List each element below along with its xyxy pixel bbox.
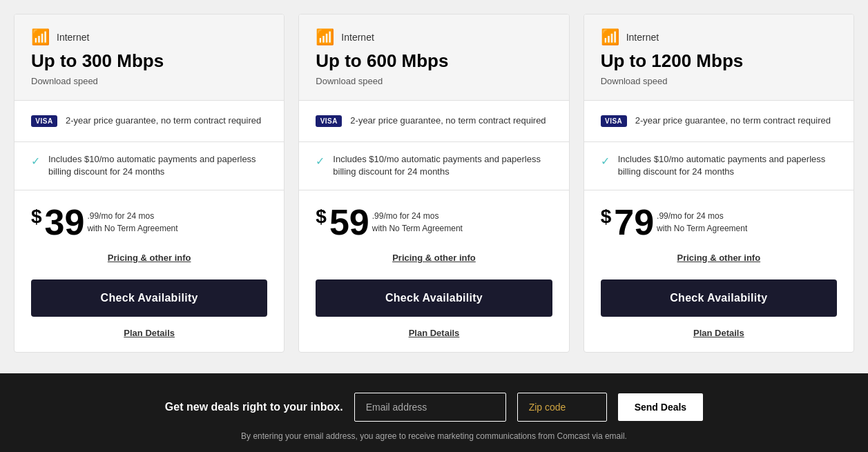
- wifi-icon-2: 📶: [601, 28, 619, 46]
- plan-header-1: 📶 Internet Up to 600 Mbps Download speed: [299, 14, 568, 101]
- footer-disclaimer: By entering your email address, you agre…: [14, 431, 854, 441]
- plan-subtitle-0: Download speed: [31, 76, 267, 86]
- main-content: 📶 Internet Up to 300 Mbps Download speed…: [0, 0, 868, 373]
- plan-billing-1: ✓ Includes $10/mo automatic payments and…: [299, 142, 568, 190]
- price-number-0: 39: [45, 204, 85, 240]
- plan-subtitle-2: Download speed: [601, 76, 837, 86]
- footer-deals-text: Get new deals right to your inbox.: [165, 401, 343, 413]
- plan-speed-2: Up to 1200 Mbps: [601, 50, 837, 72]
- footer-deals-row: Get new deals right to your inbox. Send …: [14, 393, 854, 422]
- plan-header-2: 📶 Internet Up to 1200 Mbps Download spee…: [584, 14, 853, 101]
- visa-badge-2: VISA: [601, 115, 627, 127]
- plan-billing-2: ✓ Includes $10/mo automatic payments and…: [584, 142, 853, 190]
- price-number-1: 59: [329, 204, 369, 240]
- plan-speed-1: Up to 600 Mbps: [316, 50, 552, 72]
- wifi-icon-1: 📶: [316, 28, 334, 46]
- pricing-info-row-2: Pricing & other info: [584, 253, 853, 279]
- plan-details-link-1[interactable]: Plan Details: [299, 328, 568, 352]
- visa-badge-1: VISA: [316, 115, 342, 127]
- price-cents-1: .99/mo for 24 mos: [372, 210, 463, 222]
- pricing-info-link-2[interactable]: Pricing & other info: [601, 253, 837, 263]
- price-note-1: with No Term Agreement: [372, 222, 463, 235]
- price-details-2: .99/mo for 24 mos with No Term Agreement: [657, 210, 747, 235]
- pricing-info-link-0[interactable]: Pricing & other info: [31, 253, 267, 263]
- plans-container: 📶 Internet Up to 300 Mbps Download speed…: [14, 14, 854, 353]
- plan-card-1: 📶 Internet Up to 600 Mbps Download speed…: [298, 14, 569, 353]
- check-availability-button-2[interactable]: Check Availability: [601, 279, 837, 317]
- guarantee-text-0: 2-year price guarantee, no term contract…: [66, 115, 261, 127]
- plan-guarantee-0: VISA 2-year price guarantee, no term con…: [15, 101, 284, 142]
- price-row-1: $ 59 .99/mo for 24 mos with No Term Agre…: [316, 204, 552, 240]
- plan-header-top-2: 📶 Internet: [601, 28, 837, 46]
- price-dollar-1: $: [316, 207, 327, 226]
- plan-type-1: Internet: [341, 32, 374, 43]
- check-availability-button-0[interactable]: Check Availability: [31, 279, 267, 317]
- price-cents-0: .99/mo for 24 mos: [87, 210, 177, 222]
- footer-section: Get new deals right to your inbox. Send …: [0, 373, 868, 452]
- plan-details-link-0[interactable]: Plan Details: [15, 328, 284, 352]
- check-availability-button-1[interactable]: Check Availability: [316, 279, 552, 317]
- plan-card-0: 📶 Internet Up to 300 Mbps Download speed…: [14, 14, 284, 353]
- check-icon-1: ✓: [316, 155, 325, 168]
- plan-header-0: 📶 Internet Up to 300 Mbps Download speed: [15, 14, 284, 101]
- visa-badge-0: VISA: [31, 115, 57, 127]
- plan-header-top-0: 📶 Internet: [31, 28, 267, 46]
- price-row-0: $ 39 .99/mo for 24 mos with No Term Agre…: [31, 204, 267, 240]
- price-row-2: $ 79 .99/mo for 24 mos with No Term Agre…: [601, 204, 837, 240]
- pricing-info-link-1[interactable]: Pricing & other info: [316, 253, 552, 263]
- pricing-info-row-0: Pricing & other info: [15, 253, 284, 279]
- plan-guarantee-2: VISA 2-year price guarantee, no term con…: [584, 101, 853, 142]
- zip-input[interactable]: [517, 393, 607, 422]
- plan-subtitle-1: Download speed: [316, 76, 552, 86]
- price-note-2: with No Term Agreement: [657, 222, 747, 235]
- plan-header-top-1: 📶 Internet: [316, 28, 552, 46]
- plan-card-2: 📶 Internet Up to 1200 Mbps Download spee…: [584, 14, 854, 353]
- guarantee-text-1: 2-year price guarantee, no term contract…: [350, 115, 546, 127]
- billing-text-2: Includes $10/mo automatic payments and p…: [618, 153, 837, 178]
- plan-pricing-2: $ 79 .99/mo for 24 mos with No Term Agre…: [584, 190, 853, 253]
- plan-details-link-2[interactable]: Plan Details: [584, 328, 853, 352]
- price-cents-2: .99/mo for 24 mos: [657, 210, 747, 222]
- price-dollar-0: $: [31, 207, 42, 226]
- price-number-2: 79: [614, 204, 654, 240]
- check-icon-2: ✓: [601, 155, 610, 168]
- price-details-0: .99/mo for 24 mos with No Term Agreement: [87, 210, 177, 235]
- plan-guarantee-1: VISA 2-year price guarantee, no term con…: [299, 101, 568, 142]
- pricing-info-row-1: Pricing & other info: [299, 253, 568, 279]
- check-icon-0: ✓: [31, 155, 40, 168]
- plan-pricing-1: $ 59 .99/mo for 24 mos with No Term Agre…: [299, 190, 568, 253]
- plan-speed-0: Up to 300 Mbps: [31, 50, 267, 72]
- guarantee-text-2: 2-year price guarantee, no term contract…: [635, 115, 831, 127]
- plan-type-2: Internet: [626, 32, 659, 43]
- email-input[interactable]: [354, 393, 506, 422]
- plan-pricing-0: $ 39 .99/mo for 24 mos with No Term Agre…: [15, 190, 284, 253]
- plan-type-0: Internet: [57, 32, 89, 43]
- wifi-icon-0: 📶: [31, 28, 50, 46]
- send-deals-button[interactable]: Send Deals: [618, 393, 703, 421]
- billing-text-1: Includes $10/mo automatic payments and p…: [333, 153, 552, 178]
- price-note-0: with No Term Agreement: [87, 222, 177, 235]
- price-details-1: .99/mo for 24 mos with No Term Agreement: [372, 210, 463, 235]
- plan-billing-0: ✓ Includes $10/mo automatic payments and…: [15, 142, 284, 190]
- price-dollar-2: $: [601, 207, 612, 226]
- billing-text-0: Includes $10/mo automatic payments and p…: [48, 153, 267, 178]
